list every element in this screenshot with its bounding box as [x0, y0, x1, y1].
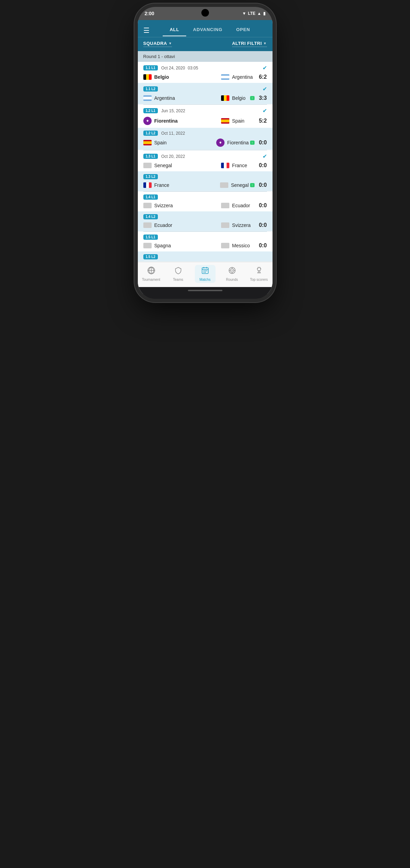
match-group-1-3: 1.3 L1 Oct 20, 2022 ✔ Senegal France 0:0 [138, 150, 273, 191]
team2-name: Fiorentina [227, 140, 249, 145]
team2-section: Spain [221, 118, 255, 124]
match-1-3-leg2[interactable]: 1.3 L2 France Senegal ↑ 0:0 [138, 171, 273, 191]
team2-name: Argentina [232, 74, 255, 80]
header-tabs: ALL ADVANCING OPEN [153, 24, 267, 36]
team1-name: Senegal [154, 163, 188, 168]
svg-rect-3 [205, 270, 206, 271]
match-1-2-leg1-label: 1.2 L1 [143, 108, 158, 113]
team2-name: Messico [232, 243, 255, 248]
fiorentina2-icon: ⚜ [216, 139, 225, 147]
match-group-1-2: 1.2 L1 Jun 15, 2022 ✔ ⚜ Fiorentina Spain… [138, 105, 273, 150]
match-1-2-leg1-date: Jun 15, 2022 [161, 108, 185, 113]
match-1-4-leg1[interactable]: 1.4 L1 Svizzera Ecuador 0:0 [138, 192, 273, 211]
status-right-icons: ▼ LTE ▲ ▮ [242, 11, 266, 16]
rounds-icon [228, 266, 236, 277]
match-1-5-leg2-label: 1.5 L2 [143, 254, 158, 259]
match-1-2-leg2-label: 1.2 L2 [143, 131, 158, 136]
match-1-3-leg1-teams: Senegal France 0:0 [143, 160, 267, 171]
match-1-2-leg2-header: 1.2 L2 Oct 11, 2022 [143, 128, 267, 136]
team1-name: Spagna [154, 243, 188, 248]
matchs-icon [201, 266, 209, 277]
match-1-4-leg1-label: 1.4 L1 [143, 194, 158, 200]
hamburger-menu[interactable]: ☰ [143, 26, 150, 35]
signal-icon: ▲ [257, 11, 261, 16]
header: ☰ ALL ADVANCING OPEN SQUADRA ▼ ALTRI FIL… [138, 20, 273, 51]
svg-point-9 [231, 270, 232, 271]
spagna-flag-icon [143, 243, 152, 248]
tab-open[interactable]: OPEN [229, 24, 257, 36]
match-1-3-leg2-label: 1.3 L2 [143, 174, 158, 179]
match-1-2-leg1-score: 5:2 [255, 118, 267, 124]
match-1-2-leg2[interactable]: 1.2 L2 Oct 11, 2022 Spain ⚜ Fiorentina ↑… [138, 128, 273, 150]
match-1-1-leg2-header: 1.1 L2 ✔ [143, 83, 267, 93]
nav-rounds[interactable]: Rounds [222, 266, 242, 282]
team1-name: France [154, 182, 187, 188]
spain-flag2-icon [143, 140, 152, 145]
match-1-1-leg2[interactable]: 1.1 L2 ✔ Argentina Belgio ↑ 3:3 [138, 83, 273, 104]
match-1-1-leg1-time: 03:05 [188, 66, 198, 70]
status-time: 2:00 [145, 11, 154, 16]
match-1-1-leg1-header: 1.1 L1 Oct 24, 2020 03:05 ✔ [143, 62, 267, 72]
argentina-flag-icon [221, 74, 229, 80]
filter-row: SQUADRA ▼ ALTRI FILTRI ▼ [138, 37, 273, 51]
match-1-1-leg2-label: 1.1 L2 [143, 86, 158, 92]
advancing-badge: ↑ [250, 183, 255, 187]
nav-top-scorers-label: Top scorers [250, 278, 268, 282]
match-group-1-4: 1.4 L1 Svizzera Ecuador 0:0 1.4 L [138, 192, 273, 231]
app-content: ☰ ALL ADVANCING OPEN SQUADRA ▼ ALTRI FIL… [138, 20, 273, 294]
nav-teams[interactable]: Teams [168, 266, 189, 282]
svg-rect-5 [203, 272, 204, 273]
match-1-5-leg2[interactable]: 1.5 L2 [138, 251, 273, 261]
match-1-5-leg2-header: 1.5 L2 [143, 251, 267, 260]
match-1-1-leg1[interactable]: 1.1 L1 Oct 24, 2020 03:05 ✔ Belgio Argen… [138, 62, 273, 83]
match-1-2-leg1[interactable]: 1.2 L1 Jun 15, 2022 ✔ ⚜ Fiorentina Spain… [138, 105, 273, 128]
tab-all[interactable]: ALL [163, 24, 186, 36]
advancing-badge: ↑ [250, 141, 255, 145]
tab-advancing[interactable]: ADVANCING [186, 24, 229, 36]
senegal-flag-icon [143, 163, 152, 168]
team2-section: Messico [221, 243, 255, 248]
match-1-2-leg2-date: Oct 11, 2022 [161, 131, 185, 136]
team2-name: Spain [232, 118, 255, 124]
belgium-flag-icon [143, 74, 152, 80]
svg-rect-4 [206, 270, 207, 271]
match-1-4-leg2-score: 0:0 [255, 222, 267, 228]
match-1-4-leg1-teams: Svizzera Ecuador 0:0 [143, 200, 267, 211]
match-1-5-leg1[interactable]: 1.5 L1 Spagna Messico 0:0 [138, 232, 273, 251]
team2-section: ⚜ Fiorentina ↑ [216, 139, 255, 147]
match-1-5-leg1-label: 1.5 L1 [143, 235, 158, 240]
phone-frame: 2:00 ▼ LTE ▲ ▮ ☰ ALL ADVANCING OPEN SQUA… [138, 7, 273, 299]
match-1-4-leg2[interactable]: 1.4 L2 Ecuador Svizzera 0:0 [138, 211, 273, 231]
camera-notch [201, 9, 209, 17]
ecuador-flag-icon [221, 203, 229, 208]
match-1-1-leg1-completed-icon: ✔ [263, 65, 267, 71]
battery-icon: ▮ [263, 11, 266, 16]
match-1-3-leg2-teams: France Senegal ↑ 0:0 [143, 180, 267, 191]
nav-tournament-label: Tournament [142, 278, 160, 282]
match-1-3-leg1[interactable]: 1.3 L1 Oct 20, 2022 ✔ Senegal France 0:0 [138, 150, 273, 171]
team1-name: Spain [154, 140, 185, 145]
match-1-2-leg1-completed-icon: ✔ [263, 107, 267, 114]
match-1-2-leg2-score: 0:0 [255, 140, 267, 146]
team2-name: France [232, 163, 255, 168]
team1-name: Belgio [154, 74, 188, 80]
team1-name: Ecuador [154, 222, 188, 228]
match-1-5-leg1-header: 1.5 L1 [143, 232, 267, 240]
nav-top-scorers[interactable]: Top scorers [249, 266, 269, 282]
belgium-flag2-icon [221, 95, 229, 101]
team2-section: Senegal ↑ [220, 182, 255, 188]
match-1-4-leg2-label: 1.4 L2 [143, 214, 158, 219]
home-indicator [138, 287, 273, 294]
team1-name: Argentina [154, 95, 188, 101]
altri-filtri-filter[interactable]: ALTRI FILTRI ▼ [232, 41, 267, 47]
nav-tournament[interactable]: Tournament [141, 266, 162, 282]
argentina-flag2-icon [143, 95, 152, 101]
france-flag2-icon [143, 182, 152, 188]
team2-section: Argentina [221, 74, 255, 80]
match-1-2-leg1-teams: ⚜ Fiorentina Spain 5:2 [143, 115, 267, 128]
nav-matchs[interactable]: Matchs [195, 265, 216, 283]
spain-flag-icon [221, 118, 229, 124]
match-1-4-leg1-header: 1.4 L1 [143, 192, 267, 200]
team1-name: Svizzera [154, 203, 188, 208]
squadra-filter[interactable]: SQUADRA ▼ [143, 41, 172, 47]
